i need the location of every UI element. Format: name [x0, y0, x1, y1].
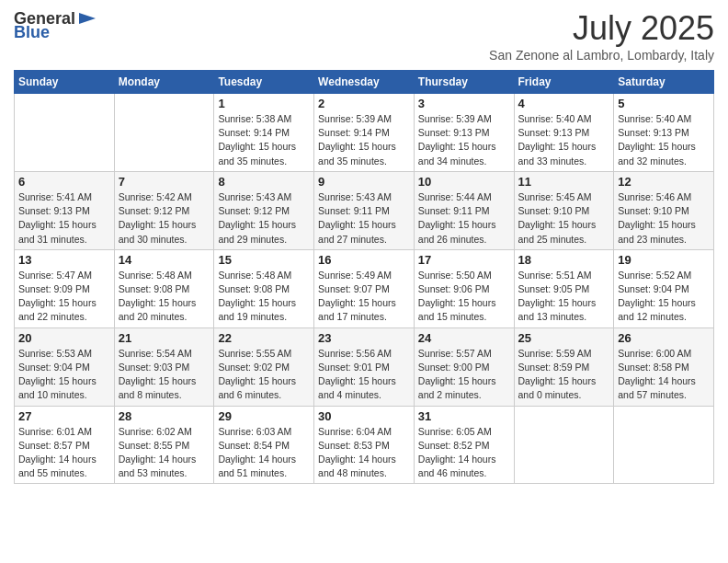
table-row: 14Sunrise: 5:48 AMSunset: 9:08 PMDayligh… [114, 249, 214, 327]
day-number: 1 [218, 97, 310, 110]
day-info: Sunrise: 5:44 AMSunset: 9:11 PMDaylight:… [418, 190, 510, 247]
header-saturday: Saturday [614, 71, 714, 94]
day-number: 19 [618, 253, 710, 267]
table-row: 25Sunrise: 5:59 AMSunset: 8:59 PMDayligh… [514, 327, 614, 406]
table-row: 18Sunrise: 5:51 AMSunset: 9:05 PMDayligh… [514, 249, 614, 327]
calendar-week-row: 13Sunrise: 5:47 AMSunset: 9:09 PMDayligh… [15, 249, 714, 327]
day-info: Sunrise: 5:46 AMSunset: 9:10 PMDaylight:… [618, 190, 710, 247]
day-number: 3 [418, 97, 510, 110]
day-number: 22 [218, 331, 310, 345]
table-row: 11Sunrise: 5:45 AMSunset: 9:10 PMDayligh… [514, 171, 614, 249]
day-info: Sunrise: 5:56 AMSunset: 9:01 PMDaylight:… [318, 347, 410, 403]
day-info: Sunrise: 5:53 AMSunset: 9:04 PMDaylight:… [18, 347, 110, 403]
day-number: 17 [418, 253, 510, 267]
day-number: 9 [318, 175, 410, 189]
table-row: 9Sunrise: 5:43 AMSunset: 9:11 PMDaylight… [314, 171, 415, 249]
table-row: 19Sunrise: 5:52 AMSunset: 9:04 PMDayligh… [614, 249, 714, 327]
table-row: 2Sunrise: 5:39 AMSunset: 9:14 PMDaylight… [314, 94, 415, 172]
day-info: Sunrise: 5:59 AMSunset: 8:59 PMDaylight:… [518, 347, 610, 403]
day-info: Sunrise: 5:51 AMSunset: 9:05 PMDaylight:… [518, 269, 610, 325]
day-info: Sunrise: 5:40 AMSunset: 9:13 PMDaylight:… [518, 112, 610, 168]
table-row: 24Sunrise: 5:57 AMSunset: 9:00 PMDayligh… [414, 327, 514, 406]
day-info: Sunrise: 5:41 AMSunset: 9:13 PMDaylight:… [18, 190, 110, 247]
table-row: 12Sunrise: 5:46 AMSunset: 9:10 PMDayligh… [614, 171, 714, 249]
day-info: Sunrise: 5:42 AMSunset: 9:12 PMDaylight:… [119, 190, 210, 247]
day-info: Sunrise: 5:52 AMSunset: 9:04 PMDaylight:… [618, 269, 710, 325]
day-info: Sunrise: 5:48 AMSunset: 9:08 PMDaylight:… [218, 269, 310, 325]
day-number: 26 [618, 331, 710, 345]
table-row: 20Sunrise: 5:53 AMSunset: 9:04 PMDayligh… [15, 327, 115, 406]
day-number: 20 [18, 331, 110, 345]
header-monday: Monday [114, 71, 214, 94]
calendar-week-row: 20Sunrise: 5:53 AMSunset: 9:04 PMDayligh… [15, 327, 714, 406]
table-row: 17Sunrise: 5:50 AMSunset: 9:06 PMDayligh… [414, 249, 514, 327]
day-number: 23 [318, 331, 410, 345]
day-number: 27 [18, 409, 110, 423]
title-section: July 2025 San Zenone al Lambro, Lombardy… [489, 9, 714, 63]
table-row: 8Sunrise: 5:43 AMSunset: 9:12 PMDaylight… [214, 171, 314, 249]
table-row: 13Sunrise: 5:47 AMSunset: 9:09 PMDayligh… [15, 249, 115, 327]
table-row: 31Sunrise: 6:05 AMSunset: 8:52 PMDayligh… [414, 406, 514, 484]
table-row: 10Sunrise: 5:44 AMSunset: 9:11 PMDayligh… [414, 171, 514, 249]
table-row: 1Sunrise: 5:38 AMSunset: 9:14 PMDaylight… [214, 94, 314, 172]
table-row: 3Sunrise: 5:39 AMSunset: 9:13 PMDaylight… [414, 94, 514, 172]
table-row: 6Sunrise: 5:41 AMSunset: 9:13 PMDaylight… [15, 171, 115, 249]
day-info: Sunrise: 5:38 AMSunset: 9:14 PMDaylight:… [218, 112, 310, 168]
table-row: 7Sunrise: 5:42 AMSunset: 9:12 PMDaylight… [114, 171, 214, 249]
table-row: 29Sunrise: 6:03 AMSunset: 8:54 PMDayligh… [214, 406, 314, 484]
day-info: Sunrise: 5:55 AMSunset: 9:02 PMDaylight:… [218, 347, 310, 403]
day-number: 6 [18, 175, 110, 189]
table-row [514, 406, 614, 484]
day-number: 21 [119, 331, 210, 345]
day-number: 28 [119, 409, 210, 423]
day-number: 31 [418, 409, 510, 423]
table-row: 5Sunrise: 5:40 AMSunset: 9:13 PMDaylight… [614, 94, 714, 172]
table-row: 28Sunrise: 6:02 AMSunset: 8:55 PMDayligh… [114, 406, 214, 484]
page-header: General Blue July 2025 San Zenone al Lam… [14, 9, 714, 63]
table-row: 22Sunrise: 5:55 AMSunset: 9:02 PMDayligh… [214, 327, 314, 406]
location-title: San Zenone al Lambro, Lombardy, Italy [489, 48, 714, 63]
day-info: Sunrise: 5:50 AMSunset: 9:06 PMDaylight:… [418, 269, 510, 325]
day-number: 13 [18, 253, 110, 267]
logo-blue-text: Blue [14, 23, 50, 42]
day-number: 10 [418, 175, 510, 189]
day-info: Sunrise: 5:40 AMSunset: 9:13 PMDaylight:… [618, 112, 710, 168]
table-row: 30Sunrise: 6:04 AMSunset: 8:53 PMDayligh… [314, 406, 415, 484]
day-number: 12 [618, 175, 710, 189]
table-row: 4Sunrise: 5:40 AMSunset: 9:13 PMDaylight… [514, 94, 614, 172]
day-number: 14 [119, 253, 210, 267]
day-info: Sunrise: 5:39 AMSunset: 9:13 PMDaylight:… [418, 112, 510, 168]
table-row: 23Sunrise: 5:56 AMSunset: 9:01 PMDayligh… [314, 327, 415, 406]
day-number: 8 [218, 175, 310, 189]
calendar-header-row: Sunday Monday Tuesday Wednesday Thursday… [15, 71, 714, 94]
header-friday: Friday [514, 71, 614, 94]
logo: General Blue [14, 9, 97, 42]
table-row [114, 94, 214, 172]
calendar-table: Sunday Monday Tuesday Wednesday Thursday… [14, 70, 714, 484]
day-number: 16 [318, 253, 410, 267]
header-thursday: Thursday [414, 71, 514, 94]
calendar-week-row: 27Sunrise: 6:01 AMSunset: 8:57 PMDayligh… [15, 406, 714, 484]
day-number: 2 [318, 97, 410, 110]
day-number: 25 [518, 331, 610, 345]
day-number: 5 [618, 97, 710, 110]
header-tuesday: Tuesday [214, 71, 314, 94]
day-info: Sunrise: 5:45 AMSunset: 9:10 PMDaylight:… [518, 190, 610, 247]
month-title: July 2025 [489, 9, 714, 48]
table-row: 16Sunrise: 5:49 AMSunset: 9:07 PMDayligh… [314, 249, 415, 327]
day-info: Sunrise: 5:43 AMSunset: 9:12 PMDaylight:… [218, 190, 310, 247]
svg-marker-0 [79, 13, 96, 24]
table-row: 21Sunrise: 5:54 AMSunset: 9:03 PMDayligh… [114, 327, 214, 406]
day-info: Sunrise: 6:02 AMSunset: 8:55 PMDaylight:… [119, 425, 210, 481]
day-number: 7 [119, 175, 210, 189]
table-row: 27Sunrise: 6:01 AMSunset: 8:57 PMDayligh… [15, 406, 115, 484]
day-info: Sunrise: 5:54 AMSunset: 9:03 PMDaylight:… [119, 347, 210, 403]
day-info: Sunrise: 5:48 AMSunset: 9:08 PMDaylight:… [119, 269, 210, 325]
day-number: 30 [318, 409, 410, 423]
table-row: 15Sunrise: 5:48 AMSunset: 9:08 PMDayligh… [214, 249, 314, 327]
header-sunday: Sunday [15, 71, 115, 94]
day-info: Sunrise: 6:00 AMSunset: 8:58 PMDaylight:… [618, 347, 710, 403]
day-info: Sunrise: 6:03 AMSunset: 8:54 PMDaylight:… [218, 425, 310, 481]
day-number: 29 [218, 409, 310, 423]
table-row [15, 94, 115, 172]
